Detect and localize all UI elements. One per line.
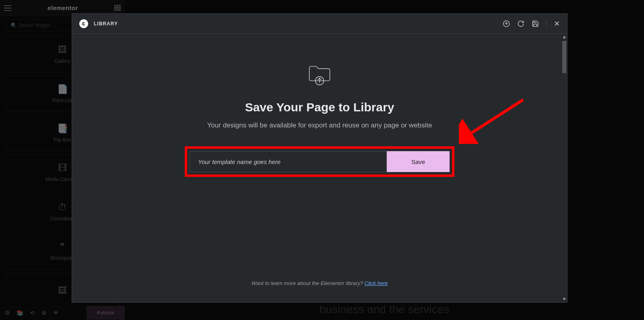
modal-header: E LIBRARY ✕: [72, 14, 567, 34]
upload-icon[interactable]: [503, 20, 510, 27]
scroll-up-icon[interactable]: ▲: [562, 34, 566, 40]
refresh-icon[interactable]: [517, 20, 524, 27]
scroll-thumb[interactable]: [562, 41, 566, 73]
scroll-down-icon[interactable]: ▼: [562, 296, 566, 302]
elementor-logo-icon: E: [79, 19, 88, 28]
save-form: Save: [185, 146, 454, 177]
divider: [546, 21, 547, 27]
modal-scrollbar[interactable]: ▲ ▼: [562, 34, 566, 302]
template-name-input[interactable]: [190, 151, 387, 172]
modal-body: Save Your Page to Library Your designs w…: [72, 34, 567, 302]
save-button[interactable]: Save: [387, 151, 450, 172]
library-modal: E LIBRARY ✕ Save Your Page to Library Yo…: [72, 13, 568, 303]
learn-more-text: Want to learn more about the Elementor l…: [252, 280, 388, 286]
learn-more-link[interactable]: Click here: [365, 280, 388, 286]
modal-header-actions: ✕: [503, 19, 560, 28]
learn-prefix: Want to learn more about the Elementor l…: [252, 280, 365, 286]
modal-subtitle: Your designs will be available for expor…: [207, 121, 432, 129]
modal-heading: Save Your Page to Library: [245, 101, 394, 114]
modal-title: LIBRARY: [94, 21, 118, 27]
close-icon[interactable]: ✕: [554, 19, 560, 28]
save-icon[interactable]: [532, 20, 539, 27]
folder-upload-icon: [306, 59, 333, 89]
